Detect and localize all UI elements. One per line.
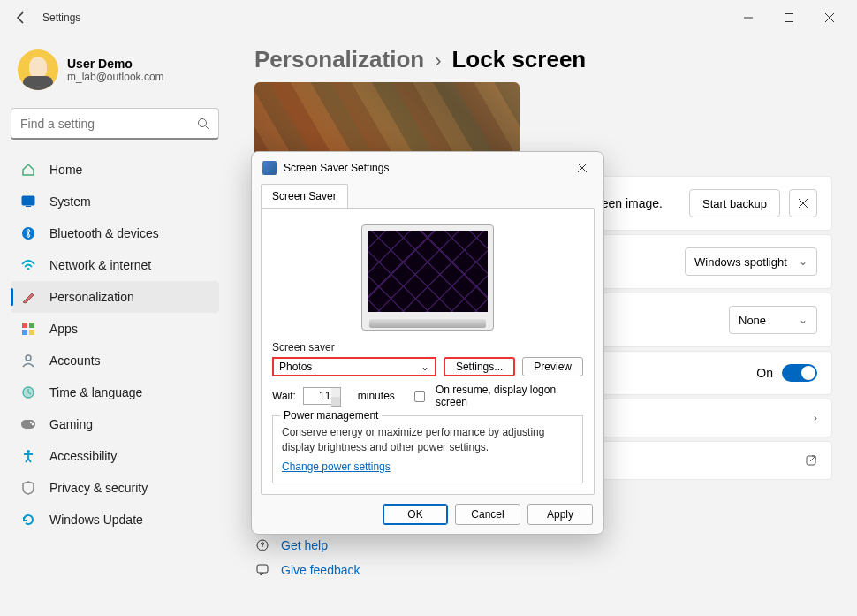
power-management-group: Power management Conserve energy or maxi… [272, 415, 583, 483]
footer-links: Get help Give feedback [254, 533, 832, 582]
nav-time[interactable]: Time & language [11, 376, 219, 408]
change-power-settings-link[interactable]: Change power settings [282, 460, 391, 473]
feedback-link[interactable]: Give feedback [254, 558, 832, 582]
screen-saver-tab[interactable]: Screen Saver [261, 184, 348, 208]
svg-rect-20 [257, 565, 268, 573]
screen-saver-preview-monitor [361, 224, 494, 331]
close-button[interactable] [809, 4, 850, 32]
svg-point-15 [30, 422, 32, 423]
user-profile[interactable]: User Demo m_lab@outlook.com [11, 42, 219, 97]
breadcrumb: Personalization › Lock screen [254, 46, 832, 73]
resume-checkbox[interactable] [414, 391, 425, 402]
gaming-icon [19, 415, 37, 433]
personalize-dropdown[interactable]: Windows spotlight⌄ [685, 247, 817, 276]
chevron-right-icon: › [435, 49, 441, 72]
toggle-label: On [756, 366, 773, 380]
svg-rect-9 [22, 330, 27, 335]
apply-button[interactable]: Apply [527, 504, 593, 525]
dialog-footer: OK Cancel Apply [252, 495, 603, 534]
wait-spinner[interactable]: 11 [303, 387, 333, 405]
system-icon [19, 193, 37, 210]
chevron-right-icon: › [814, 412, 817, 424]
nav-bluetooth[interactable]: Bluetooth & devices [11, 217, 219, 249]
accessibility-icon [19, 447, 37, 465]
nav-personalization[interactable]: Personalization [11, 281, 219, 313]
settings-button[interactable]: Settings... [444, 357, 515, 376]
home-icon [19, 161, 37, 179]
dialog-icon [262, 161, 277, 175]
nav-home[interactable]: Home [11, 154, 219, 186]
chevron-down-icon: ⌄ [799, 255, 808, 268]
svg-rect-1 [785, 14, 793, 22]
svg-point-2 [199, 118, 207, 126]
dialog-close-button[interactable] [572, 157, 593, 179]
svg-rect-5 [26, 206, 31, 207]
toggle-switch[interactable] [782, 364, 817, 382]
bluetooth-icon [19, 224, 37, 242]
chevron-down-icon: ⌄ [799, 314, 808, 326]
sidebar: User Demo m_lab@outlook.com Home System … [0, 35, 230, 616]
get-help-link[interactable]: Get help [254, 533, 832, 558]
nav-gaming[interactable]: Gaming [11, 408, 219, 440]
nav-accounts[interactable]: Accounts [11, 345, 219, 376]
search-box[interactable] [11, 108, 219, 140]
svg-line-3 [206, 125, 209, 129]
window-title: Settings [42, 11, 80, 24]
tab-strip: Screen Saver [252, 184, 603, 208]
minimize-button[interactable] [728, 4, 769, 32]
screen-saver-select[interactable]: Photos ⌄ [272, 357, 436, 376]
svg-rect-10 [29, 330, 34, 335]
wait-label: Wait: [272, 390, 296, 402]
search-input[interactable] [20, 117, 197, 131]
personalization-icon [19, 288, 37, 306]
nav-accessibility[interactable]: Accessibility [11, 440, 219, 472]
user-name: User Demo [67, 57, 164, 71]
preview-button[interactable]: Preview [522, 357, 583, 376]
resume-label: On resume, display logon screen [436, 384, 583, 408]
dialog-titlebar: Screen Saver Settings [252, 152, 603, 184]
nav-privacy[interactable]: Privacy & security [11, 472, 219, 504]
breadcrumb-current: Lock screen [451, 46, 586, 73]
accounts-icon [19, 352, 37, 369]
feedback-icon [254, 563, 270, 577]
nav-system[interactable]: System [11, 186, 219, 217]
screen-saver-dialog: Screen Saver Settings Screen Saver Scree… [251, 151, 604, 535]
ok-button[interactable]: OK [383, 504, 448, 525]
privacy-icon [19, 479, 37, 497]
titlebar: Settings [0, 0, 857, 35]
nav-apps[interactable]: Apps [11, 313, 219, 345]
minutes-label: minutes [358, 390, 395, 402]
svg-rect-8 [29, 323, 34, 328]
update-icon [19, 511, 37, 529]
external-link-icon [805, 454, 817, 467]
chevron-down-icon: ⌄ [421, 361, 429, 373]
start-backup-button[interactable]: Start backup [689, 189, 780, 217]
status-dropdown[interactable]: None⌄ [729, 306, 817, 334]
maximize-button[interactable] [769, 4, 809, 32]
screen-saver-group-label: Screen saver [272, 341, 583, 354]
avatar [18, 49, 58, 90]
breadcrumb-parent[interactable]: Personalization [254, 46, 424, 73]
svg-point-16 [32, 423, 34, 425]
nav-list: Home System Bluetooth & devices Network … [11, 154, 219, 609]
time-icon [19, 384, 37, 401]
power-management-desc: Conserve energy or maximize performance … [282, 425, 573, 455]
user-email: m_lab@outlook.com [67, 71, 164, 83]
cancel-button[interactable]: Cancel [455, 504, 520, 525]
svg-rect-7 [22, 323, 27, 328]
back-button[interactable] [7, 4, 35, 32]
power-management-legend: Power management [280, 409, 382, 422]
svg-point-17 [27, 450, 30, 453]
nav-network[interactable]: Network & internet [11, 249, 219, 281]
apps-icon [19, 320, 37, 338]
dismiss-button[interactable] [789, 189, 817, 217]
nav-update[interactable]: Windows Update [11, 504, 219, 536]
lock-screen-preview [254, 82, 520, 162]
svg-point-11 [26, 355, 31, 361]
network-icon [19, 256, 37, 274]
search-icon [197, 118, 209, 130]
help-icon [254, 538, 270, 552]
dialog-title-text: Screen Saver Settings [284, 162, 389, 174]
svg-rect-4 [22, 196, 34, 205]
